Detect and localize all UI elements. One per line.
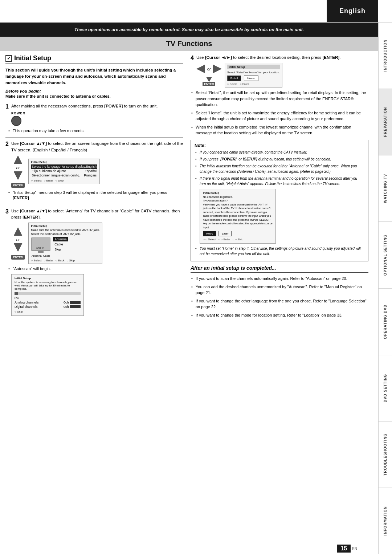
step-1-number: 1	[5, 103, 9, 110]
location-footer: ○ Select ○ Enter	[227, 82, 280, 86]
arrow-left-icon	[196, 65, 205, 73]
power-label: POWER	[11, 111, 25, 115]
nochannel-screen: Initial Setup No channel is registered. …	[200, 189, 276, 244]
enter-label: ENTER	[203, 82, 215, 86]
step-4-text: Use [Cursor ◄/►] to select the desired l…	[196, 54, 368, 61]
tab-preparation[interactable]: PREPARATION	[379, 89, 392, 155]
progress-percent: 0%	[15, 296, 81, 300]
tv-diagram-svg: ANT IN	[31, 237, 51, 253]
nochannel-title: Initial Setup	[203, 191, 273, 195]
two-column-layout: ✓ Initial Setup This section will guide …	[0, 51, 378, 324]
note-bullet-4: If there is no signal input from the ant…	[200, 176, 364, 187]
later-button[interactable]: Later	[219, 231, 232, 236]
tab-troubleshooting[interactable]: TROUBLESHOOTING	[379, 421, 392, 488]
retry-button[interactable]: Retry	[203, 231, 216, 236]
tab-watching-tv[interactable]: WATCHING TV	[379, 155, 392, 221]
step-1-separator	[5, 137, 183, 138]
tab-operating-dvd[interactable]: OPERATING DVD	[379, 288, 392, 355]
screen-title-step2: Initial Setup	[31, 160, 97, 164]
option-cable: Cable	[53, 242, 68, 247]
step-2-screen: Initial Setup Select the language for se…	[28, 159, 100, 184]
screen-footer-step3: Select Enter Back Skip	[31, 259, 99, 262]
arrow-up-icon	[14, 155, 23, 164]
autoscan-screen: Initial Setup Now the system is scanning…	[11, 274, 84, 316]
step-4-diagram: or ENTER Initial Setup Select 'Retail' o…	[196, 63, 368, 87]
after-bullet-1: If you want to scan the channels automat…	[196, 276, 368, 282]
right-column: 4 Use [Cursor ◄/►] to select the desired…	[191, 54, 368, 320]
arrows-up-down-step3: or ENTER	[11, 227, 25, 260]
warning-banner: These operations are accessible by remot…	[0, 23, 378, 37]
screen-footer-step2: Select Enter Skip	[31, 179, 97, 182]
left-column: ✓ Initial Setup This section will guide …	[5, 54, 183, 320]
note-box: Note: If you connect the cable system di…	[191, 140, 368, 262]
step-2-bullet: "Initial Setup" menu on step 3 will be d…	[13, 190, 183, 201]
language-label: English	[339, 7, 366, 15]
setup-options: Antenna Cable Skip	[53, 237, 68, 257]
setup-screen-inner: ANT IN Antenna Cable Antenna Cable	[31, 237, 99, 257]
step-4-number: 4	[191, 54, 194, 61]
page-number: 15	[337, 545, 351, 553]
progress-bar-fill	[15, 292, 18, 295]
nochannel-text: No channel is registered. Try Autoscan a…	[203, 195, 273, 230]
arrow-up-icon-step3	[14, 227, 23, 236]
step-3-bullet: "Autoscan" will begin.	[13, 266, 183, 272]
setup-label-row: Antenna Cable	[32, 254, 50, 257]
or-label: or	[16, 166, 20, 170]
step-1: 1 After making all the necessary connect…	[5, 103, 183, 134]
step-2-diagram: or ENTER Initial Setup Select the langua…	[11, 155, 183, 188]
location-screen: Initial Setup Select 'Retail' or 'Home' …	[225, 63, 282, 87]
initial-setup-heading: ✓ Initial Setup	[5, 54, 183, 64]
bullet-completed: When the initial setup is completed, the…	[196, 124, 368, 136]
enter-area: ENTER	[203, 76, 215, 86]
note-bullet-2: If you press [POWER] or [SETUP] during a…	[200, 156, 364, 162]
enter-button-icon: ENTER	[11, 183, 25, 188]
language-bar: English	[327, 0, 378, 22]
after-bullet-4: If you want to change the mode for locat…	[196, 312, 368, 318]
step-4: 4 Use [Cursor ◄/►] to select the desired…	[191, 54, 368, 136]
power-button-area: POWER	[11, 111, 183, 126]
screen-title-step3: Initial Setup	[31, 224, 99, 228]
before-begin-text: Make sure if the unit is connected to an…	[5, 94, 183, 100]
step-1-bullet: This operation may take a few moments.	[13, 128, 183, 134]
note-warning-bullet: You must set "Home" in step 4. Otherwise…	[200, 246, 364, 257]
enter-button-step3: ENTER	[11, 255, 25, 260]
analog-channels-row: Analog channels 0ch	[15, 301, 81, 304]
screen-row-francais: Sélectionner langue écran config. França…	[31, 173, 97, 178]
intro-text: This section will guide you through the …	[5, 67, 183, 86]
arrows-up-down: or ENTER	[11, 155, 25, 188]
screen-row-espanol: Elija el idioma de ajuste. Español	[31, 169, 97, 173]
after-bullet-3: If you want to change the other language…	[196, 298, 368, 310]
step-3-diagram: or ENTER Initial Setup Make sure the ant…	[11, 223, 183, 264]
power-button-icon	[11, 116, 21, 126]
main-content: These operations are accessible by remot…	[0, 23, 378, 554]
page-number-bar: 15 EN	[0, 543, 364, 554]
arrow-down-icon	[14, 171, 23, 180]
side-tabs-container: INTRODUCTION PREPARATION WATCHING TV OPT…	[378, 22, 392, 554]
tab-optional-setting[interactable]: OPTIONAL SETTING	[379, 221, 392, 288]
progress-bar	[15, 292, 81, 295]
analog-bar	[70, 301, 81, 304]
before-begin-label: Before you begin:	[5, 89, 183, 93]
screen-row-english: Select the language for setup display. E…	[31, 164, 97, 169]
enter-arrow-down-icon	[206, 77, 212, 82]
svg-text:ANT IN: ANT IN	[36, 247, 45, 249]
tab-dvd-setting[interactable]: DVD SETTING	[379, 355, 392, 421]
option-skip: Skip	[53, 247, 68, 252]
home-button[interactable]: Home	[244, 76, 258, 81]
option-antenna: Antenna	[53, 237, 68, 241]
step-3-number: 3	[5, 208, 9, 215]
step-1-text: After making all the necessary connectio…	[11, 103, 183, 109]
screen-line1-step3: Make sure the antenna is connected to 'A…	[31, 228, 99, 232]
retail-button[interactable]: Retail	[227, 76, 241, 81]
nochannel-buttons: Retry Later	[203, 231, 273, 236]
autoscan-text: Now the system is scanning for channels,…	[15, 281, 81, 290]
note-bullet-1: If you connect the cable system directly…	[200, 150, 364, 155]
step-2-number: 2	[5, 140, 9, 147]
lr-or: or	[207, 67, 211, 71]
location-prompt: Select 'Retail' or 'Home' for your locat…	[227, 71, 280, 74]
tab-information[interactable]: INFORMATION	[379, 488, 392, 554]
tab-introduction[interactable]: INTRODUCTION	[379, 22, 392, 89]
step-2-text: Use [Cursor ▲/▼] to select the on-screen…	[11, 140, 183, 153]
step-2: 2 Use [Cursor ▲/▼] to select the on-scre…	[5, 140, 183, 201]
note-bullet-3: The initial autoscan function can be exe…	[200, 163, 364, 174]
